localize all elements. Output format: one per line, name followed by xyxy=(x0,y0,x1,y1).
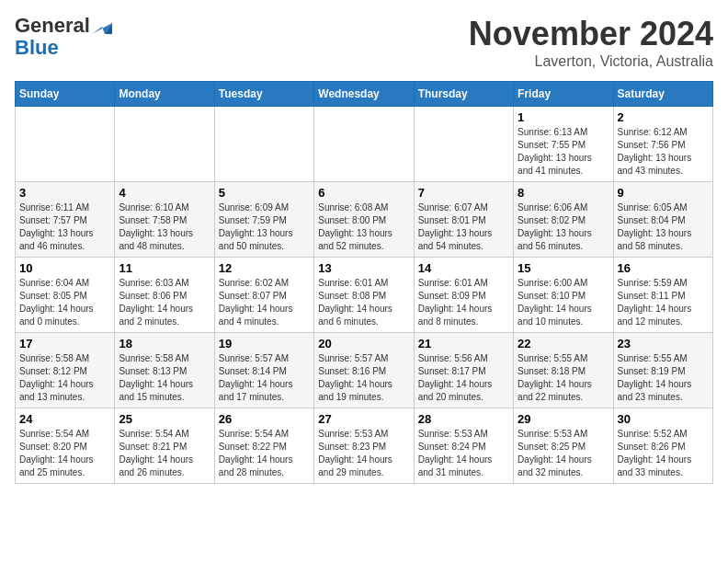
day-number: 25 xyxy=(119,412,210,426)
day-info: Sunrise: 5:54 AM Sunset: 8:22 PM Dayligh… xyxy=(219,428,310,479)
day-info: Sunrise: 6:03 AM Sunset: 8:06 PM Dayligh… xyxy=(119,277,210,328)
day-info: Sunrise: 6:01 AM Sunset: 8:09 PM Dayligh… xyxy=(418,277,509,328)
day-number: 4 xyxy=(119,186,210,200)
day-info: Sunrise: 5:53 AM Sunset: 8:24 PM Dayligh… xyxy=(418,428,509,479)
calendar-cell: 4Sunrise: 6:10 AM Sunset: 7:58 PM Daylig… xyxy=(115,182,214,258)
logo-general: General xyxy=(15,15,90,37)
day-number: 24 xyxy=(19,412,110,426)
calendar-cell: 27Sunrise: 5:53 AM Sunset: 8:23 PM Dayli… xyxy=(314,408,414,484)
calendar-cell: 3Sunrise: 6:11 AM Sunset: 7:57 PM Daylig… xyxy=(16,182,115,258)
logo-blue: Blue xyxy=(15,37,59,59)
calendar-cell: 30Sunrise: 5:52 AM Sunset: 8:26 PM Dayli… xyxy=(613,408,712,484)
day-info: Sunrise: 6:07 AM Sunset: 8:01 PM Dayligh… xyxy=(418,201,509,253)
calendar-cell: 6Sunrise: 6:08 AM Sunset: 8:00 PM Daylig… xyxy=(314,182,414,258)
calendar-cell: 18Sunrise: 5:58 AM Sunset: 8:13 PM Dayli… xyxy=(115,333,214,408)
day-info: Sunrise: 5:52 AM Sunset: 8:26 PM Dayligh… xyxy=(618,428,709,479)
day-info: Sunrise: 6:09 AM Sunset: 7:59 PM Dayligh… xyxy=(219,201,310,253)
calendar-cell: 11Sunrise: 6:03 AM Sunset: 8:06 PM Dayli… xyxy=(115,258,214,333)
day-number: 27 xyxy=(318,412,409,426)
day-number: 17 xyxy=(19,337,110,350)
calendar-cell: 14Sunrise: 6:01 AM Sunset: 8:09 PM Dayli… xyxy=(414,258,513,333)
day-number: 6 xyxy=(318,186,409,200)
day-info: Sunrise: 6:08 AM Sunset: 8:00 PM Dayligh… xyxy=(318,201,409,253)
day-number: 16 xyxy=(618,261,709,275)
day-info: Sunrise: 5:54 AM Sunset: 8:21 PM Dayligh… xyxy=(119,428,210,479)
day-number: 13 xyxy=(318,261,409,275)
day-number: 22 xyxy=(518,337,609,350)
calendar-cell: 10Sunrise: 6:04 AM Sunset: 8:05 PM Dayli… xyxy=(16,258,115,333)
day-info: Sunrise: 5:55 AM Sunset: 8:19 PM Dayligh… xyxy=(618,352,709,404)
logo-bird-icon xyxy=(92,17,112,34)
calendar-cell: 5Sunrise: 6:09 AM Sunset: 7:59 PM Daylig… xyxy=(214,182,313,258)
calendar-subtitle: Laverton, Victoria, Australia xyxy=(469,53,713,70)
day-info: Sunrise: 5:57 AM Sunset: 8:14 PM Dayligh… xyxy=(219,352,310,404)
day-number: 10 xyxy=(19,261,110,275)
day-number: 15 xyxy=(518,261,609,275)
day-info: Sunrise: 5:58 AM Sunset: 8:13 PM Dayligh… xyxy=(119,352,210,404)
day-number: 14 xyxy=(418,261,509,275)
day-number: 26 xyxy=(219,412,310,426)
day-number: 19 xyxy=(219,337,310,350)
day-info: Sunrise: 5:54 AM Sunset: 8:20 PM Dayligh… xyxy=(19,428,110,479)
day-info: Sunrise: 6:13 AM Sunset: 7:55 PM Dayligh… xyxy=(518,126,609,178)
calendar-cell xyxy=(414,107,513,182)
day-info: Sunrise: 5:55 AM Sunset: 8:18 PM Dayligh… xyxy=(518,352,609,404)
day-header-tuesday: Tuesday xyxy=(214,82,313,107)
calendar-cell: 9Sunrise: 6:05 AM Sunset: 8:04 PM Daylig… xyxy=(613,182,712,258)
day-number: 5 xyxy=(219,186,310,200)
calendar-week-4: 17Sunrise: 5:58 AM Sunset: 8:12 PM Dayli… xyxy=(16,333,713,408)
calendar-cell: 2Sunrise: 6:12 AM Sunset: 7:56 PM Daylig… xyxy=(613,107,712,182)
calendar-cell: 13Sunrise: 6:01 AM Sunset: 8:08 PM Dayli… xyxy=(314,258,414,333)
calendar-cell: 8Sunrise: 6:06 AM Sunset: 8:02 PM Daylig… xyxy=(514,182,613,258)
day-number: 30 xyxy=(618,412,709,426)
calendar-cell: 19Sunrise: 5:57 AM Sunset: 8:14 PM Dayli… xyxy=(214,333,313,408)
day-info: Sunrise: 5:53 AM Sunset: 8:23 PM Dayligh… xyxy=(318,428,409,479)
day-number: 23 xyxy=(618,337,709,350)
day-info: Sunrise: 6:01 AM Sunset: 8:08 PM Dayligh… xyxy=(318,277,409,328)
day-info: Sunrise: 5:56 AM Sunset: 8:17 PM Dayligh… xyxy=(418,352,509,404)
day-number: 7 xyxy=(418,186,509,200)
day-info: Sunrise: 6:05 AM Sunset: 8:04 PM Dayligh… xyxy=(618,201,709,253)
calendar-cell: 22Sunrise: 5:55 AM Sunset: 8:18 PM Dayli… xyxy=(514,333,613,408)
day-header-friday: Friday xyxy=(514,82,613,107)
day-info: Sunrise: 5:59 AM Sunset: 8:11 PM Dayligh… xyxy=(618,277,709,328)
day-info: Sunrise: 6:00 AM Sunset: 8:10 PM Dayligh… xyxy=(518,277,609,328)
calendar-week-1: 1Sunrise: 6:13 AM Sunset: 7:55 PM Daylig… xyxy=(16,107,713,182)
calendar-cell: 7Sunrise: 6:07 AM Sunset: 8:01 PM Daylig… xyxy=(414,182,513,258)
calendar-cell: 17Sunrise: 5:58 AM Sunset: 8:12 PM Dayli… xyxy=(16,333,115,408)
calendar-cell xyxy=(115,107,214,182)
calendar-title: November 2024 xyxy=(469,15,713,53)
calendar-week-3: 10Sunrise: 6:04 AM Sunset: 8:05 PM Dayli… xyxy=(16,258,713,333)
day-number: 29 xyxy=(518,412,609,426)
calendar-cell: 28Sunrise: 5:53 AM Sunset: 8:24 PM Dayli… xyxy=(414,408,513,484)
calendar-cell: 16Sunrise: 5:59 AM Sunset: 8:11 PM Dayli… xyxy=(613,258,712,333)
day-info: Sunrise: 5:58 AM Sunset: 8:12 PM Dayligh… xyxy=(19,352,110,404)
day-header-monday: Monday xyxy=(115,82,214,107)
day-number: 2 xyxy=(618,110,709,124)
day-number: 1 xyxy=(518,110,609,124)
day-header-saturday: Saturday xyxy=(613,82,712,107)
day-header-thursday: Thursday xyxy=(414,82,513,107)
day-number: 18 xyxy=(119,337,210,350)
day-info: Sunrise: 6:06 AM Sunset: 8:02 PM Dayligh… xyxy=(518,201,609,253)
day-number: 21 xyxy=(418,337,509,350)
day-number: 9 xyxy=(618,186,709,200)
calendar-cell: 12Sunrise: 6:02 AM Sunset: 8:07 PM Dayli… xyxy=(214,258,313,333)
calendar-header-row: SundayMondayTuesdayWednesdayThursdayFrid… xyxy=(16,82,713,107)
calendar-cell: 26Sunrise: 5:54 AM Sunset: 8:22 PM Dayli… xyxy=(214,408,313,484)
calendar-cell: 21Sunrise: 5:56 AM Sunset: 8:17 PM Dayli… xyxy=(414,333,513,408)
day-info: Sunrise: 5:57 AM Sunset: 8:16 PM Dayligh… xyxy=(318,352,409,404)
day-header-wednesday: Wednesday xyxy=(314,82,414,107)
calendar-cell: 25Sunrise: 5:54 AM Sunset: 8:21 PM Dayli… xyxy=(115,408,214,484)
calendar-week-2: 3Sunrise: 6:11 AM Sunset: 7:57 PM Daylig… xyxy=(16,182,713,258)
day-number: 20 xyxy=(318,337,409,350)
day-header-sunday: Sunday xyxy=(16,82,115,107)
calendar-cell: 15Sunrise: 6:00 AM Sunset: 8:10 PM Dayli… xyxy=(514,258,613,333)
day-number: 8 xyxy=(518,186,609,200)
calendar-cell: 23Sunrise: 5:55 AM Sunset: 8:19 PM Dayli… xyxy=(613,333,712,408)
calendar-table: SundayMondayTuesdayWednesdayThursdayFrid… xyxy=(15,81,713,484)
day-number: 11 xyxy=(119,261,210,275)
day-info: Sunrise: 6:10 AM Sunset: 7:58 PM Dayligh… xyxy=(119,201,210,253)
day-info: Sunrise: 5:53 AM Sunset: 8:25 PM Dayligh… xyxy=(518,428,609,479)
title-section: November 2024 Laverton, Victoria, Austra… xyxy=(469,15,713,70)
